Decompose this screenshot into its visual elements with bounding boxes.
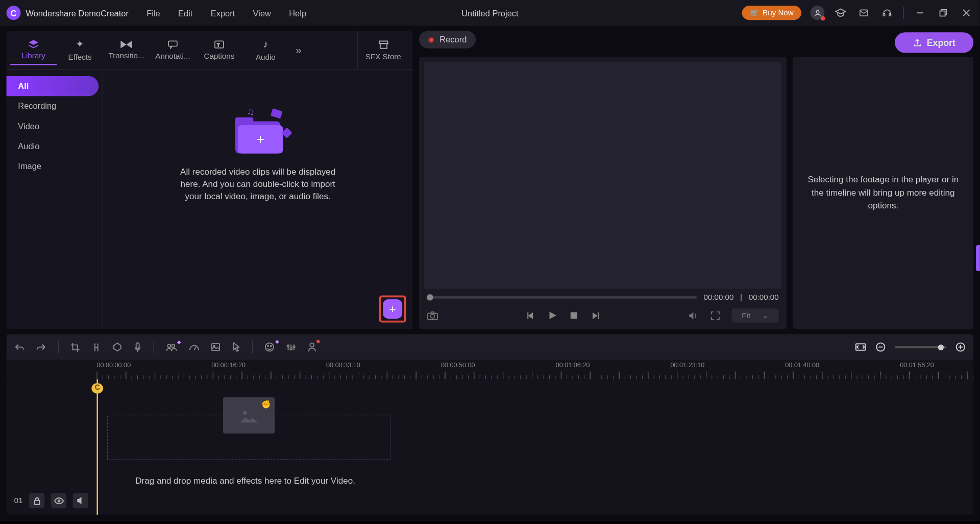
add-media-button[interactable]: + — [383, 299, 402, 319]
menu-edit[interactable]: Edit — [178, 8, 192, 18]
svg-point-26 — [310, 343, 314, 347]
music-note-icon: ♫ — [247, 106, 254, 116]
preview-panel: 00:00:00 | 00:00:00 — [419, 57, 787, 329]
freeze-frame-icon[interactable] — [211, 343, 220, 352]
ruler-label: 00:01:06:20 — [556, 361, 590, 368]
app-logo: C — [7, 6, 21, 20]
svg-rect-2 — [883, 13, 885, 16]
tab-annotations-label: Annotati... — [155, 51, 190, 60]
tab-library[interactable]: Library — [10, 35, 57, 65]
timeline-ruler[interactable]: 00:00:00:00 00:00:16:20 00:00:33:10 00:0… — [7, 360, 974, 379]
video-chip-icon — [271, 108, 283, 119]
track-visibility-icon[interactable] — [51, 493, 66, 508]
snapshot-icon[interactable] — [427, 311, 438, 320]
export-button[interactable]: Export — [895, 32, 974, 53]
menu-file[interactable]: File — [146, 8, 160, 18]
playhead[interactable] — [96, 379, 98, 515]
zoom-out-icon[interactable] — [875, 342, 886, 352]
media-thumbnail[interactable]: ✊ — [223, 397, 275, 434]
headset-icon[interactable] — [880, 6, 894, 20]
svg-rect-34 — [34, 500, 39, 504]
minimize-icon[interactable] — [913, 6, 927, 20]
crop-icon[interactable] — [70, 342, 80, 352]
track-header: 01 — [14, 493, 89, 508]
track-lock-icon[interactable] — [29, 493, 44, 508]
ruler-label: 00:00:00:00 — [96, 361, 131, 368]
effects-icon: ✦ — [76, 38, 84, 51]
preview-screen[interactable] — [424, 62, 781, 289]
mail-icon[interactable] — [857, 6, 871, 20]
menu-help[interactable]: Help — [289, 8, 306, 18]
account-icon[interactable] — [811, 6, 825, 20]
store-icon — [377, 39, 389, 49]
fit-dropdown[interactable]: Fit ⌄ — [731, 308, 779, 323]
sidebar-item-image[interactable]: Image — [7, 156, 99, 176]
fullscreen-icon[interactable] — [710, 311, 720, 320]
person-icon[interactable] — [307, 342, 316, 352]
play-icon[interactable] — [548, 311, 557, 320]
tab-more[interactable]: » — [289, 40, 308, 60]
timeline-toolbar: ◆ ◆ — [7, 334, 974, 360]
zoom-in-icon[interactable] — [955, 342, 966, 352]
record-label: Record — [439, 35, 467, 44]
project-title: Untitled Project — [461, 8, 518, 18]
sidebar-item-audio[interactable]: Audio — [7, 136, 99, 156]
sidebar-item-recording[interactable]: Recording — [7, 96, 99, 116]
svg-rect-14 — [571, 312, 577, 319]
split-icon[interactable] — [91, 342, 101, 352]
tab-audio[interactable]: ♪ Audio — [242, 35, 289, 66]
fit-label: Fit — [742, 311, 750, 320]
buy-now-button[interactable]: 🛒 Buy Now — [742, 6, 801, 20]
sidebar-item-all[interactable]: All — [7, 76, 99, 96]
track-mute-icon[interactable] — [73, 493, 88, 508]
speed-icon[interactable] — [188, 343, 199, 352]
tab-effects-label: Effects — [68, 53, 92, 62]
svg-rect-8 — [168, 41, 177, 46]
svg-point-13 — [431, 314, 435, 318]
side-panel-handle[interactable] — [976, 245, 980, 271]
library-tabs: Library ✦ Effects Transitio... Annot — [7, 31, 413, 70]
menu-view[interactable]: View — [253, 8, 271, 18]
timeline-tracks[interactable]: ✊ Drag and drop media and effects here t… — [7, 379, 974, 515]
track-number: 01 — [14, 496, 23, 505]
menu-export[interactable]: Export — [211, 8, 235, 18]
voiceover-icon[interactable] — [133, 342, 141, 352]
add-button-highlight: + — [379, 295, 406, 322]
record-dot-icon — [428, 36, 435, 43]
main-menu: File Edit Export View Help — [146, 8, 306, 18]
prev-frame-icon[interactable] — [527, 311, 535, 319]
record-button[interactable]: Record — [419, 31, 476, 49]
face-effect-icon[interactable]: ◆ — [264, 342, 275, 352]
fit-timeline-icon[interactable] — [855, 343, 867, 352]
diamond-icon — [281, 127, 292, 138]
group-icon[interactable]: ◆ — [166, 342, 177, 352]
chevron-down-icon: ⌄ — [762, 311, 769, 320]
tab-sfx-store[interactable]: SFX Store — [357, 31, 409, 69]
preview-scrubber[interactable] — [427, 296, 697, 299]
sidebar-item-video[interactable]: Video — [7, 116, 99, 136]
tab-captions[interactable]: T Captions — [196, 36, 242, 64]
tab-effects[interactable]: ✦ Effects — [57, 34, 103, 66]
close-icon[interactable] — [959, 6, 973, 20]
svg-point-22 — [271, 345, 272, 346]
svg-point-17 — [172, 344, 175, 347]
marker-icon[interactable] — [113, 342, 122, 352]
export-icon — [913, 38, 922, 47]
volume-icon[interactable] — [688, 311, 698, 320]
graduation-icon[interactable] — [834, 6, 848, 20]
stop-icon[interactable] — [570, 312, 578, 319]
annotations-icon — [167, 40, 178, 49]
tab-transitions[interactable]: Transitio... — [103, 36, 150, 63]
library-main[interactable]: ♫ + All recorded video clips will be dis… — [103, 69, 412, 329]
undo-icon[interactable] — [14, 343, 24, 352]
cursor-icon[interactable] — [232, 342, 240, 352]
zoom-slider[interactable] — [895, 346, 946, 348]
redo-icon[interactable] — [36, 343, 46, 352]
time-sep: | — [740, 293, 742, 302]
next-frame-icon[interactable] — [591, 311, 599, 319]
svg-point-25 — [293, 346, 295, 348]
adjust-icon[interactable] — [286, 342, 296, 352]
tab-annotations[interactable]: Annotati... — [150, 36, 196, 64]
folder-plus-icon: + — [238, 125, 283, 154]
maximize-icon[interactable] — [936, 6, 950, 20]
